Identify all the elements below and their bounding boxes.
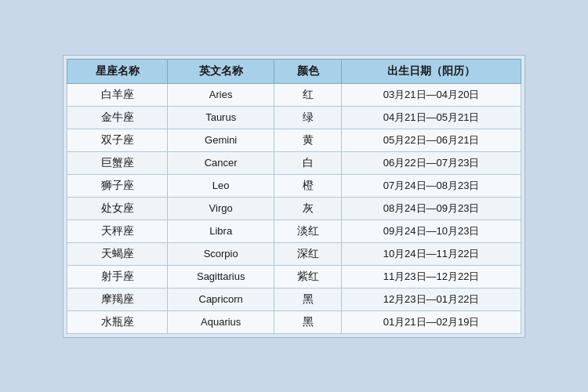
col-header-color: 颜色	[274, 59, 342, 83]
cell-english-name: Taurus	[168, 106, 274, 129]
cell-date: 12月23日—01月22日	[342, 288, 521, 310]
cell-date: 06月22日—07月23日	[342, 151, 521, 174]
cell-chinese-name: 天秤座	[67, 220, 168, 242]
cell-date: 01月21日—02月19日	[342, 310, 521, 333]
cell-color: 黑	[274, 288, 342, 310]
table-row: 天秤座Libra淡红09月24日—10月23日	[67, 220, 521, 242]
col-header-chinese: 星座名称	[67, 59, 168, 83]
cell-english-name: Virgo	[168, 197, 274, 220]
table-header-row: 星座名称 英文名称 颜色 出生日期（阳历）	[67, 59, 521, 83]
cell-chinese-name: 狮子座	[67, 174, 168, 197]
col-header-english: 英文名称	[168, 59, 274, 83]
cell-color: 紫红	[274, 265, 342, 288]
cell-chinese-name: 水瓶座	[67, 310, 168, 333]
cell-english-name: Leo	[168, 174, 274, 197]
cell-chinese-name: 摩羯座	[67, 288, 168, 310]
table-row: 金牛座Taurus绿04月21日—05月21日	[67, 106, 521, 129]
cell-chinese-name: 白羊座	[67, 83, 168, 106]
col-header-date: 出生日期（阳历）	[342, 59, 521, 83]
cell-color: 红	[274, 83, 342, 106]
cell-date: 09月24日—10月23日	[342, 220, 521, 242]
table-row: 处女座Virgo灰08月24日—09月23日	[67, 197, 521, 220]
cell-color: 深红	[274, 242, 342, 265]
cell-color: 黄	[274, 129, 342, 151]
cell-color: 灰	[274, 197, 342, 220]
cell-color: 白	[274, 151, 342, 174]
cell-english-name: Scorpio	[168, 242, 274, 265]
cell-date: 10月24日—11月22日	[342, 242, 521, 265]
cell-chinese-name: 处女座	[67, 197, 168, 220]
cell-date: 04月21日—05月21日	[342, 106, 521, 129]
cell-date: 05月22日—06月21日	[342, 129, 521, 151]
cell-chinese-name: 射手座	[67, 265, 168, 288]
cell-date: 11月23日—12月22日	[342, 265, 521, 288]
cell-date: 03月21日—04月20日	[342, 83, 521, 106]
cell-color: 橙	[274, 174, 342, 197]
table-row: 白羊座Aries红03月21日—04月20日	[67, 83, 521, 106]
cell-date: 08月24日—09月23日	[342, 197, 521, 220]
cell-color: 黑	[274, 310, 342, 333]
cell-english-name: Sagittarius	[168, 265, 274, 288]
cell-chinese-name: 天蝎座	[67, 242, 168, 265]
table-row: 双子座Gemini黄05月22日—06月21日	[67, 129, 521, 151]
cell-date: 07月24日—08月23日	[342, 174, 521, 197]
cell-english-name: Gemini	[168, 129, 274, 151]
table-row: 巨蟹座Cancer白06月22日—07月23日	[67, 151, 521, 174]
cell-chinese-name: 巨蟹座	[67, 151, 168, 174]
cell-english-name: Capricorn	[168, 288, 274, 310]
cell-english-name: Cancer	[168, 151, 274, 174]
cell-chinese-name: 金牛座	[67, 106, 168, 129]
table-row: 天蝎座Scorpio深红10月24日—11月22日	[67, 242, 521, 265]
cell-color: 淡红	[274, 220, 342, 242]
cell-color: 绿	[274, 106, 342, 129]
cell-chinese-name: 双子座	[67, 129, 168, 151]
table-row: 摩羯座Capricorn黑12月23日—01月22日	[67, 288, 521, 310]
cell-english-name: Libra	[168, 220, 274, 242]
table-row: 射手座Sagittarius紫红11月23日—12月22日	[67, 265, 521, 288]
zodiac-table: 星座名称 英文名称 颜色 出生日期（阳历） 白羊座Aries红03月21日—04…	[67, 59, 521, 334]
zodiac-table-container: 星座名称 英文名称 颜色 出生日期（阳历） 白羊座Aries红03月21日—04…	[63, 55, 525, 338]
table-row: 狮子座Leo橙07月24日—08月23日	[67, 174, 521, 197]
table-row: 水瓶座Aquarius黑01月21日—02月19日	[67, 310, 521, 333]
cell-english-name: Aquarius	[168, 310, 274, 333]
cell-english-name: Aries	[168, 83, 274, 106]
